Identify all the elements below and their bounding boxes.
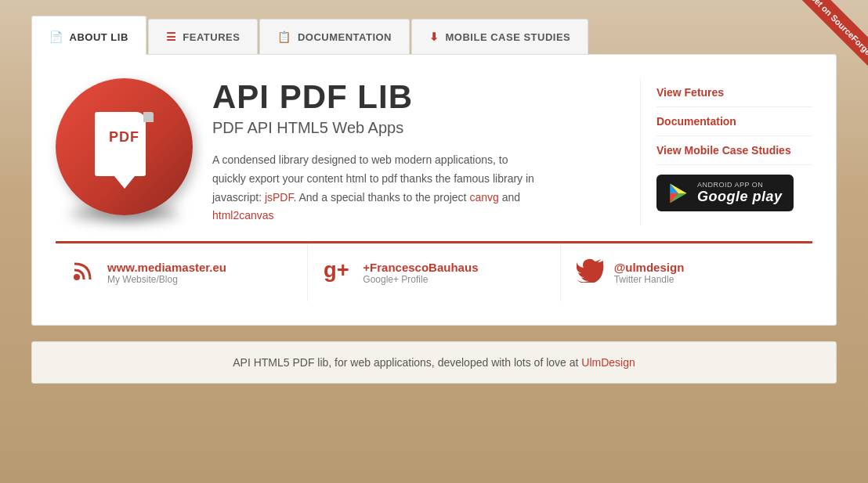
sidebar-link-mobile[interactable]: View Mobile Case Studies [656, 136, 812, 165]
bottom-footer-text: API HTML5 PDF lib, for web applications,… [233, 356, 581, 369]
footer-gplus-link[interactable]: +FrancescoBauhaus [363, 261, 478, 274]
description-and: and [499, 191, 520, 204]
footer-twitter-sub: Twitter Handle [614, 274, 685, 285]
pdf-arrow-icon [110, 171, 139, 189]
pdf-label: PDF [109, 129, 139, 146]
tab-about-icon: 📄 [49, 31, 63, 43]
svg-point-4 [74, 274, 80, 280]
google-play-text: ANDROID APP ON Google play [697, 181, 783, 205]
tab-bar: 📄 ABOUT LIB ☰ FEATURES 📋 DOCUMENTATION ⬇… [31, 16, 837, 54]
footer-twitter-link[interactable]: @ulmdesign [614, 261, 685, 274]
footer-bar: www.mediamaster.eu My Website/Blog g+ +F… [56, 241, 812, 301]
app-title: API PDF LIB [212, 78, 624, 116]
footer-twitter-text: @ulmdesign Twitter Handle [614, 261, 685, 285]
svg-text:g+: g+ [324, 258, 349, 282]
app-description: A condensed library designed to web mode… [212, 151, 541, 225]
tab-documentation-label: DOCUMENTATION [298, 31, 392, 43]
tab-mobile-icon: ⬇ [429, 31, 439, 43]
pdf-document-icon: PDF [95, 112, 154, 182]
app-subtitle: PDF API HTML5 Web Apps [212, 119, 624, 137]
sidebar-links: View Fetures Documentation View Mobile C… [640, 78, 812, 225]
footer-gplus-text: +FrancescoBauhaus Google+ Profile [363, 261, 478, 285]
twitter-icon [577, 256, 605, 289]
sidebar-link-documentation[interactable]: Documentation [656, 107, 812, 136]
rss-icon [71, 256, 98, 289]
content-card: PDF API PDF LIB PDF API HTML5 Web Apps A… [31, 54, 837, 326]
footer-item-gplus[interactable]: g+ +FrancescoBauhaus Google+ Profile [308, 243, 560, 301]
footer-item-website[interactable]: www.mediamaster.eu My Website/Blog [56, 243, 308, 301]
main-wrapper: 📄 ABOUT LIB ☰ FEATURES 📋 DOCUMENTATION ⬇… [0, 0, 868, 399]
sourceforge-ribbon[interactable]: Get on SourceForge [774, 0, 868, 94]
tab-mobile[interactable]: ⬇ MOBILE CASE STUDIES [411, 19, 588, 54]
sourceforge-ribbon-text: Get on SourceForge [797, 0, 868, 67]
jspdf-link[interactable]: jsPDF [265, 191, 294, 204]
description-text-2: . And a special thanks to the project [293, 191, 469, 204]
tab-features[interactable]: ☰ FEATURES [148, 19, 259, 54]
google-play-bottom-text: Google play [697, 189, 783, 205]
tab-about[interactable]: 📄 ABOUT LIB [31, 16, 146, 55]
google-play-button[interactable]: ANDROID APP ON Google play [656, 175, 794, 211]
tab-documentation-icon: 📋 [277, 31, 291, 43]
footer-website-text: www.mediamaster.eu My Website/Blog [107, 261, 226, 285]
footer-website-link[interactable]: www.mediamaster.eu [107, 261, 226, 274]
pdf-circle-icon: PDF [56, 78, 193, 215]
footer-website-sub: My Website/Blog [107, 274, 226, 285]
main-content: API PDF LIB PDF API HTML5 Web Apps A con… [212, 78, 624, 225]
google-play-top-text: ANDROID APP ON [697, 181, 783, 189]
tab-mobile-label: MOBILE CASE STUDIES [446, 31, 571, 43]
html2canvas-link[interactable]: html2canvas [212, 209, 274, 222]
gplus-icon: g+ [324, 256, 353, 289]
canvg-link[interactable]: canvg [469, 191, 498, 204]
footer-gplus-sub: Google+ Profile [363, 274, 478, 285]
pdf-icon-wrapper: PDF [56, 78, 197, 225]
tab-documentation[interactable]: 📋 DOCUMENTATION [259, 19, 410, 54]
tab-about-label: ABOUT LIB [70, 31, 128, 43]
bottom-footer-link[interactable]: UlmDesign [581, 356, 635, 369]
content-layout: PDF API PDF LIB PDF API HTML5 Web Apps A… [56, 78, 812, 225]
bottom-footer: API HTML5 PDF lib, for web applications,… [31, 341, 837, 384]
tab-features-label: FEATURES [183, 31, 240, 43]
tab-features-icon: ☰ [166, 31, 177, 43]
footer-item-twitter[interactable]: @ulmdesign Twitter Handle [561, 243, 812, 301]
pdf-doc-corner [143, 112, 154, 122]
google-play-icon [667, 182, 689, 204]
